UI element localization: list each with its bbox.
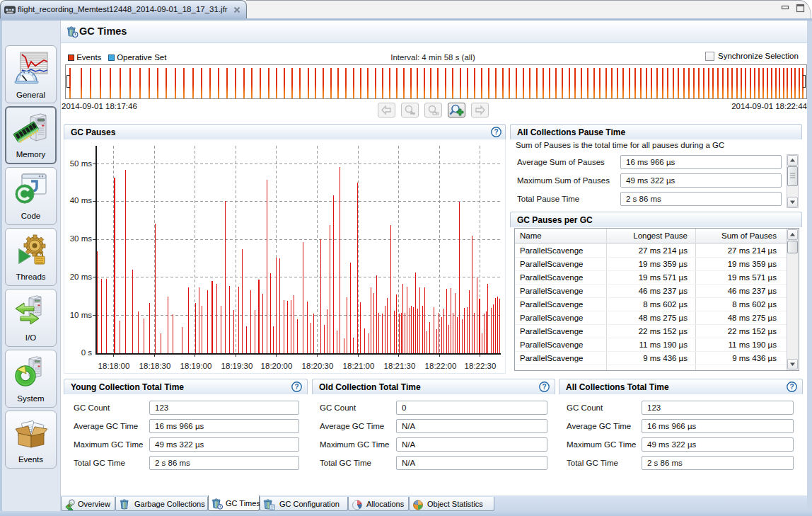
- svg-text:?: ?: [789, 383, 794, 391]
- svg-text:?: ?: [542, 383, 546, 391]
- svg-text:?: ?: [294, 383, 298, 391]
